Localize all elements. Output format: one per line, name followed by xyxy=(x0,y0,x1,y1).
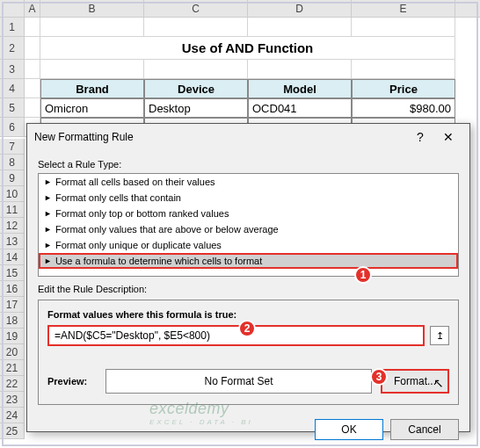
table-cell[interactable]: Desktop xyxy=(144,98,248,118)
row-header[interactable]: 21 xyxy=(0,360,25,376)
cell[interactable] xyxy=(40,18,144,37)
format-button-label: Format... xyxy=(394,375,436,387)
row-header[interactable]: 18 xyxy=(0,313,25,329)
rule-type-item[interactable]: ►Format only cells that contain xyxy=(39,190,458,206)
row-header[interactable]: 4 xyxy=(0,79,25,98)
table-header-model[interactable]: Model xyxy=(248,79,352,98)
cell[interactable] xyxy=(352,60,455,79)
cursor-icon: ↖ xyxy=(433,376,444,390)
ok-button[interactable]: OK xyxy=(315,419,383,440)
row-header[interactable]: 17 xyxy=(0,297,25,313)
sheet-title[interactable]: Use of AND Function xyxy=(40,37,455,60)
row-header[interactable]: 23 xyxy=(0,392,25,408)
row-header[interactable]: 11 xyxy=(0,202,25,218)
row-header[interactable]: 16 xyxy=(0,281,25,297)
collapse-dialog-button[interactable]: ↥ xyxy=(430,326,449,345)
arrow-icon: ► xyxy=(44,193,52,202)
watermark-sub: EXCEL · DATA · BI xyxy=(149,418,253,426)
edit-description-label: Edit the Rule Description: xyxy=(38,284,459,294)
arrow-icon: ► xyxy=(44,241,52,249)
col-header-D[interactable]: D xyxy=(248,0,352,17)
row-header[interactable]: 5 xyxy=(0,98,25,118)
rule-type-label: Use a formula to determine which cells t… xyxy=(55,256,262,266)
select-rule-type-label: Select a Rule Type: xyxy=(38,159,459,170)
cell[interactable] xyxy=(144,18,248,37)
cell[interactable] xyxy=(144,60,248,79)
row-header[interactable]: 20 xyxy=(0,344,25,360)
arrow-icon: ► xyxy=(44,225,52,234)
arrow-icon: ► xyxy=(44,177,52,186)
table-header-brand[interactable]: Brand xyxy=(40,79,144,98)
table-cell[interactable]: Omicron xyxy=(40,98,144,118)
annotation-badge-2: 2 xyxy=(238,320,256,337)
row-header[interactable]: 19 xyxy=(0,329,25,344)
rule-type-item-selected[interactable]: ►Use a formula to determine which cells … xyxy=(39,253,458,269)
cell[interactable] xyxy=(248,60,352,79)
annotation-badge-3: 3 xyxy=(370,368,388,386)
rule-type-label: Format only values that are above or bel… xyxy=(55,224,279,235)
rule-type-list[interactable]: ►Format all cells based on their values … xyxy=(38,173,459,277)
rule-type-label: Format only cells that contain xyxy=(55,192,181,203)
watermark: exceldemy EXCEL · DATA · BI xyxy=(149,400,253,426)
rule-type-item[interactable]: ►Format only unique or duplicate values xyxy=(39,237,458,253)
row-header[interactable]: 13 xyxy=(0,234,25,249)
table-header-price[interactable]: Price xyxy=(352,79,455,98)
col-header-B[interactable]: B xyxy=(40,0,144,17)
col-header-A[interactable]: A xyxy=(25,0,40,17)
format-button[interactable]: Format...↖ xyxy=(381,369,449,394)
cell[interactable] xyxy=(25,98,40,118)
cell[interactable] xyxy=(25,18,40,37)
preview-box: No Format Set xyxy=(105,369,372,394)
rule-type-label: Format only top or bottom ranked values xyxy=(55,208,229,219)
spreadsheet: A B C D E 1 2Use of AND Function 3 4Bran… xyxy=(0,0,480,137)
cell[interactable] xyxy=(352,18,455,37)
row-header[interactable]: 2 xyxy=(0,37,25,60)
row-header[interactable]: 8 xyxy=(0,155,25,170)
formula-label: Format values where this formula is true… xyxy=(47,309,449,320)
row-header[interactable]: 22 xyxy=(0,376,25,392)
cell[interactable] xyxy=(40,60,144,79)
rule-type-item[interactable]: ►Format only values that are above or be… xyxy=(39,221,458,237)
arrow-icon: ► xyxy=(44,209,52,218)
select-all-corner[interactable] xyxy=(0,0,25,17)
row-header[interactable]: 3 xyxy=(0,60,25,79)
row-header[interactable]: 14 xyxy=(0,249,25,265)
cell[interactable] xyxy=(25,79,40,98)
rule-type-label: Format all cells based on their values xyxy=(55,177,215,187)
close-button[interactable]: ✕ xyxy=(434,130,462,144)
watermark-main: exceldemy xyxy=(149,400,229,417)
row-header[interactable]: 6 xyxy=(0,118,25,137)
cell[interactable] xyxy=(248,18,352,37)
row-header[interactable]: 12 xyxy=(0,218,25,234)
annotation-badge-1: 1 xyxy=(354,266,372,284)
table-header-device[interactable]: Device xyxy=(144,79,248,98)
col-header-E[interactable]: E xyxy=(352,0,455,17)
row-header[interactable]: 15 xyxy=(0,265,25,281)
cell[interactable] xyxy=(25,37,40,60)
column-headers: A B C D E xyxy=(0,0,480,18)
dialog-titlebar[interactable]: New Formatting Rule ? ✕ xyxy=(27,124,469,150)
cell[interactable] xyxy=(25,60,40,79)
row-header[interactable]: 1 xyxy=(0,18,25,37)
formula-input[interactable] xyxy=(47,325,425,346)
table-cell[interactable]: $980.00 xyxy=(352,98,455,118)
collapse-icon: ↥ xyxy=(436,330,444,342)
new-formatting-rule-dialog: New Formatting Rule ? ✕ Select a Rule Ty… xyxy=(26,123,470,432)
help-button[interactable]: ? xyxy=(406,130,434,144)
row-header[interactable]: 24 xyxy=(0,408,25,423)
row-header[interactable]: 9 xyxy=(0,170,25,186)
row-header[interactable]: 25 xyxy=(0,423,25,439)
arrow-icon: ► xyxy=(44,257,52,265)
rule-type-item[interactable]: ►Format only top or bottom ranked values xyxy=(39,206,458,221)
rule-description-box: Format values where this formula is true… xyxy=(38,300,459,405)
row-header[interactable]: 7 xyxy=(0,139,25,155)
cancel-button[interactable]: Cancel xyxy=(390,419,459,440)
row-header[interactable]: 10 xyxy=(0,186,25,202)
preview-label: Preview: xyxy=(47,376,97,387)
col-header-C[interactable]: C xyxy=(144,0,248,17)
rule-type-label: Format only unique or duplicate values xyxy=(55,240,222,250)
table-cell[interactable]: OCD041 xyxy=(248,98,352,118)
dialog-title: New Formatting Rule xyxy=(34,131,406,143)
rule-type-item[interactable]: ►Format all cells based on their values xyxy=(39,174,458,190)
